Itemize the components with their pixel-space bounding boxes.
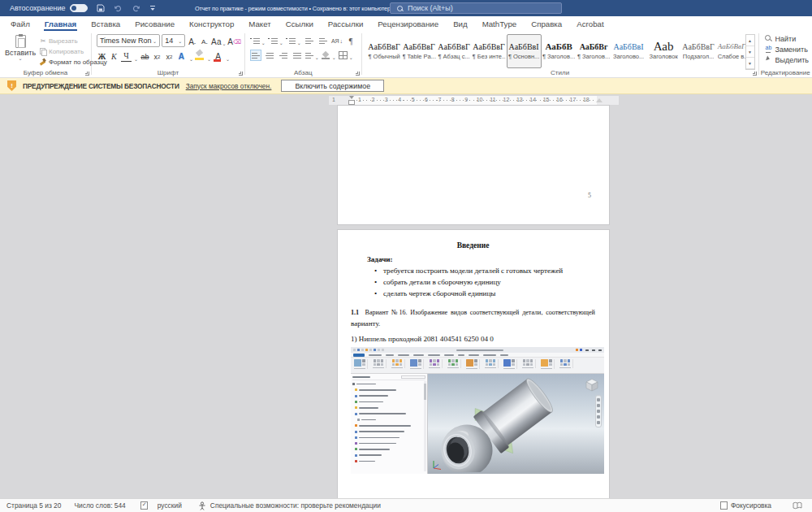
inventor-tree-item[interactable] xyxy=(352,423,425,428)
style-item[interactable]: АаБбВвІ ¶ Основн... xyxy=(507,34,542,68)
strikethrough-button[interactable]: ab xyxy=(140,50,150,62)
save-icon[interactable] xyxy=(97,4,105,12)
inventor-ribbon-group[interactable] xyxy=(558,359,573,368)
inventor-tab[interactable] xyxy=(444,354,454,356)
highlight-button[interactable] xyxy=(195,50,205,60)
macros-disabled-link[interactable]: Запуск макросов отключен. xyxy=(186,82,272,90)
inventor-tree-item[interactable] xyxy=(352,393,425,399)
inventor-ribbon-group[interactable] xyxy=(539,359,555,369)
inventor-tab[interactable] xyxy=(369,354,382,356)
undo-icon[interactable] xyxy=(114,5,123,12)
style-item[interactable]: АаБбВвІ Заголово... xyxy=(611,34,646,68)
borders-button[interactable]: ⌄ xyxy=(339,50,353,61)
subscript-button[interactable]: x2 xyxy=(152,50,162,62)
inventor-tree-item[interactable] xyxy=(352,453,425,458)
document-page-2[interactable]: Введение Задачи: требуется построить мод… xyxy=(338,230,609,498)
inventor-tab[interactable] xyxy=(428,354,440,356)
change-case-button[interactable]: Аа⌄ xyxy=(211,35,226,47)
inventor-tree-item[interactable] xyxy=(352,440,425,446)
right-indent-marker[interactable] xyxy=(596,98,603,102)
inventor-ribbon-group[interactable] xyxy=(371,359,387,368)
inventor-ribbon-group[interactable] xyxy=(352,359,368,369)
redo-icon[interactable] xyxy=(132,5,140,12)
inventor-ribbon-group[interactable] xyxy=(520,359,536,368)
font-name-select[interactable]: Times New Ron⌄ xyxy=(97,34,160,47)
ribbon-tab[interactable]: Главная xyxy=(37,16,84,31)
gallery-down-icon[interactable]: ▼ xyxy=(746,46,754,58)
quick-access-more-icon[interactable] xyxy=(149,5,156,11)
align-right-button[interactable] xyxy=(278,50,289,61)
ribbon-tab[interactable]: Вид xyxy=(446,16,475,31)
show-marks-button[interactable]: ¶ xyxy=(345,35,356,46)
superscript-button[interactable]: x2 xyxy=(164,50,175,62)
bullets-button[interactable]: ⌄ xyxy=(250,35,266,46)
ribbon-tab[interactable]: MathType xyxy=(475,16,525,31)
justify-button[interactable] xyxy=(292,50,303,61)
inventor-tree-item[interactable] xyxy=(352,458,425,464)
ribbon-tab[interactable]: Acrobat xyxy=(569,16,611,31)
indent-marker[interactable] xyxy=(348,96,354,105)
align-center-button[interactable] xyxy=(264,50,275,61)
inventor-tree-item[interactable] xyxy=(352,410,425,416)
sort-button[interactable]: АЯ↓ xyxy=(331,35,343,46)
clear-formatting-button[interactable]: А⌫ xyxy=(227,35,241,47)
find-button[interactable]: Найти xyxy=(765,33,809,44)
inventor-tree-item[interactable] xyxy=(352,446,425,452)
document-page-1[interactable]: 5 xyxy=(338,106,609,224)
style-item[interactable]: АаБбВ ¶ Заголов... xyxy=(542,34,577,68)
multilevel-list-button[interactable]: ⌄ xyxy=(286,35,301,46)
read-mode-icon[interactable] xyxy=(793,501,802,510)
replace-button[interactable]: Заменить xyxy=(765,44,809,54)
inventor-tree-item[interactable] xyxy=(352,381,425,387)
inventor-ribbon-group[interactable] xyxy=(427,359,443,368)
inventor-ribbon-group[interactable] xyxy=(483,359,499,368)
align-left-button[interactable] xyxy=(250,50,261,61)
font-size-select[interactable]: 14⌄ xyxy=(162,34,185,47)
style-item[interactable]: АаБбВг ¶ Заголов... xyxy=(577,34,611,68)
inventor-ribbon-group[interactable] xyxy=(502,359,517,369)
style-item[interactable]: АаБбВвГа Слабое в... xyxy=(716,34,745,68)
inventor-tab[interactable] xyxy=(398,354,409,356)
ribbon-tab[interactable]: Рассылки xyxy=(321,16,370,31)
inventor-tab[interactable] xyxy=(458,354,464,356)
ribbon-tab[interactable]: Ссылки xyxy=(279,16,321,31)
ribbon-tab[interactable]: Конструктор xyxy=(182,16,241,31)
inventor-tree-item[interactable] xyxy=(352,435,425,440)
ribbon-tab[interactable]: Справка xyxy=(524,16,569,31)
inventor-tree-item[interactable] xyxy=(352,428,425,434)
inventor-ribbon-group[interactable] xyxy=(390,359,405,368)
bold-button[interactable]: Ж xyxy=(97,50,107,62)
page-indicator[interactable]: Страница 5 из 20 xyxy=(6,501,61,510)
style-item[interactable]: АаБбВвГ Подзагол... xyxy=(681,34,716,68)
view-cube[interactable] xyxy=(584,377,600,393)
autosave-toggle[interactable] xyxy=(70,4,88,12)
inventor-ribbon-group[interactable] xyxy=(446,359,461,368)
select-button[interactable]: Выделить xyxy=(765,54,809,65)
shrink-font-button[interactable]: Аˇ xyxy=(199,35,209,47)
inventor-tree-item[interactable] xyxy=(352,417,425,423)
ribbon-tab[interactable]: Вставка xyxy=(84,16,127,31)
ribbon-tab[interactable]: Рецензирование xyxy=(370,16,446,31)
inventor-tab[interactable] xyxy=(469,354,479,356)
inventor-tab[interactable] xyxy=(483,354,496,356)
gallery-up-icon[interactable]: ▲ xyxy=(746,35,754,46)
numbering-button[interactable]: ⌄ xyxy=(268,35,283,46)
horizontal-ruler[interactable]: 1 123456789101112131415161718 xyxy=(329,96,619,105)
navigation-bar[interactable] xyxy=(595,395,602,427)
inventor-tab[interactable] xyxy=(413,354,424,356)
inventor-tree-item[interactable] xyxy=(352,387,425,393)
style-item[interactable]: Ааb Заголовок xyxy=(646,34,681,68)
gallery-expand-icon[interactable]: ▼ xyxy=(746,58,754,69)
decrease-indent-button[interactable] xyxy=(304,35,315,46)
inventor-tab[interactable] xyxy=(500,354,508,356)
italic-button[interactable]: К xyxy=(109,50,119,62)
autosave-control[interactable]: Автосохранение xyxy=(10,4,88,12)
focus-button[interactable]: Фокусировка xyxy=(731,501,771,510)
ribbon-tab[interactable]: Макет xyxy=(241,16,278,31)
underline-button[interactable]: Ч xyxy=(121,50,132,62)
ribbon-tab[interactable]: Файл xyxy=(3,16,37,31)
style-item[interactable]: АаБбВвГ ¶ Без инте... xyxy=(472,34,507,68)
style-item[interactable]: АаБбВвГ ¶ Table Pa... xyxy=(402,34,437,68)
accessibility-icon[interactable] xyxy=(198,501,206,510)
language-indicator[interactable]: русский xyxy=(158,501,182,510)
